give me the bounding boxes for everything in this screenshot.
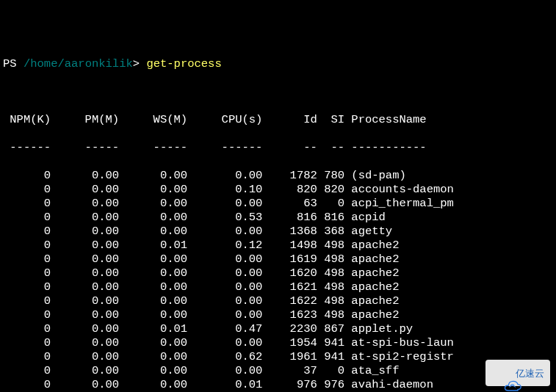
cell-ws: 0.00 bbox=[119, 211, 187, 225]
cell-pm: 0.00 bbox=[51, 239, 119, 253]
cell-name: applet.py bbox=[344, 322, 413, 336]
cell-name: apache2 bbox=[344, 239, 399, 253]
cell-si: 498 bbox=[317, 239, 344, 253]
cell-npm: 0 bbox=[3, 350, 51, 364]
table-row: 00.000.000.001622498apache2 bbox=[3, 294, 553, 308]
table-row: 00.000.010.121498498apache2 bbox=[3, 239, 553, 253]
cell-name: acpid bbox=[344, 211, 386, 225]
cell-ws: 0.00 bbox=[119, 294, 187, 308]
divider-name: ----------- bbox=[344, 141, 427, 155]
header-si: SI bbox=[317, 113, 344, 127]
cell-id: 1622 bbox=[262, 294, 317, 308]
cell-name: avahi-daemon bbox=[344, 378, 433, 392]
cell-npm: 0 bbox=[3, 239, 51, 253]
prompt-ps: PS bbox=[3, 57, 17, 70]
cell-npm: 0 bbox=[3, 294, 51, 308]
cell-cpu: 0.00 bbox=[187, 253, 262, 266]
cell-ws: 0.00 bbox=[119, 197, 187, 211]
cell-id: 63 bbox=[262, 197, 317, 211]
cell-npm: 0 bbox=[3, 183, 51, 197]
prompt-line[interactable]: PS /home/aaronkilik> get-process bbox=[3, 57, 553, 71]
cell-npm: 0 bbox=[3, 280, 51, 294]
cell-pm: 0.00 bbox=[51, 169, 119, 183]
header-row: NPM(K)PM(M)WS(M)CPU(s)IdSIProcessName bbox=[3, 113, 553, 127]
cell-si: 498 bbox=[317, 266, 344, 280]
cell-si: 820 bbox=[317, 183, 344, 197]
cell-pm: 0.00 bbox=[51, 322, 119, 336]
cell-id: 1619 bbox=[262, 253, 317, 266]
table-row: 00.000.000.621961941at-spi2-registr bbox=[3, 350, 553, 364]
table-row: 00.000.000.01976976avahi-daemon bbox=[3, 378, 553, 392]
divider-si: -- bbox=[317, 141, 344, 155]
header-name: ProcessName bbox=[344, 113, 427, 127]
cell-cpu: 0.00 bbox=[187, 225, 262, 239]
cell-name: apache2 bbox=[344, 294, 399, 308]
cell-id: 976 bbox=[262, 378, 317, 392]
cell-si: 0 bbox=[317, 364, 344, 378]
cell-ws: 0.00 bbox=[119, 183, 187, 197]
cell-ws: 0.01 bbox=[119, 322, 187, 336]
cell-id: 1498 bbox=[262, 239, 317, 253]
cell-si: 498 bbox=[317, 294, 344, 308]
blank-line bbox=[3, 85, 553, 99]
cell-pm: 0.00 bbox=[51, 280, 119, 294]
header-id: Id bbox=[262, 113, 317, 127]
table-row: 00.000.000.001368368agetty bbox=[3, 225, 553, 239]
cell-npm: 0 bbox=[3, 336, 51, 350]
cell-name: accounts-daemon bbox=[344, 183, 454, 197]
cell-npm: 0 bbox=[3, 378, 51, 392]
cell-pm: 0.00 bbox=[51, 308, 119, 322]
cell-si: 941 bbox=[317, 350, 344, 364]
cell-cpu: 0.00 bbox=[187, 197, 262, 211]
table-row: 00.000.000.00630acpi_thermal_pm bbox=[3, 197, 553, 211]
cell-name: acpi_thermal_pm bbox=[344, 197, 454, 211]
cell-pm: 0.00 bbox=[51, 266, 119, 280]
prompt-path: /home/aaronkilik bbox=[24, 57, 133, 70]
cell-cpu: 0.53 bbox=[187, 211, 262, 225]
cell-si: 498 bbox=[317, 308, 344, 322]
table-row: 00.000.000.10820820accounts-daemon bbox=[3, 183, 553, 197]
cell-ws: 0.00 bbox=[119, 378, 187, 392]
cell-id: 2230 bbox=[262, 322, 317, 336]
cell-ws: 0.00 bbox=[119, 350, 187, 364]
table-row: 00.000.000.001619498apache2 bbox=[3, 253, 553, 266]
cell-pm: 0.00 bbox=[51, 183, 119, 197]
cell-npm: 0 bbox=[3, 308, 51, 322]
cell-ws: 0.00 bbox=[119, 364, 187, 378]
divider-ws: ----- bbox=[119, 141, 187, 155]
cell-si: 867 bbox=[317, 322, 344, 336]
cell-cpu: 0.12 bbox=[187, 239, 262, 253]
cell-npm: 0 bbox=[3, 322, 51, 336]
cell-cpu: 0.00 bbox=[187, 266, 262, 280]
cell-npm: 0 bbox=[3, 253, 51, 266]
cell-cpu: 0.00 bbox=[187, 169, 262, 183]
cell-pm: 0.00 bbox=[51, 336, 119, 350]
table-row: 00.000.000.00370ata_sff bbox=[3, 364, 553, 378]
cell-si: 780 bbox=[317, 169, 344, 183]
divider-row: ------------------------------------- bbox=[3, 141, 553, 155]
table-row: 00.000.000.53816816acpid bbox=[3, 211, 553, 225]
cell-name: apache2 bbox=[344, 253, 399, 266]
table-row: 00.000.010.472230867applet.py bbox=[3, 322, 553, 336]
cell-npm: 0 bbox=[3, 266, 51, 280]
cell-npm: 0 bbox=[3, 169, 51, 183]
cell-pm: 0.00 bbox=[51, 197, 119, 211]
command-text: get-process bbox=[146, 57, 221, 70]
cell-si: 816 bbox=[317, 211, 344, 225]
prompt-end: > bbox=[133, 57, 140, 70]
table-row: 00.000.000.001621498apache2 bbox=[3, 280, 553, 294]
divider-cpu: ------ bbox=[187, 141, 262, 155]
cell-id: 37 bbox=[262, 364, 317, 378]
cell-name: apache2 bbox=[344, 266, 399, 280]
table-row: 00.000.000.001954941at-spi-bus-laun bbox=[3, 336, 553, 350]
header-cpu: CPU(s) bbox=[187, 113, 262, 127]
cell-si: 976 bbox=[317, 378, 344, 392]
cell-npm: 0 bbox=[3, 225, 51, 239]
cell-ws: 0.00 bbox=[119, 169, 187, 183]
cloud-icon bbox=[492, 366, 513, 380]
cell-cpu: 0.47 bbox=[187, 322, 262, 336]
cell-cpu: 0.10 bbox=[187, 183, 262, 197]
cell-name: apache2 bbox=[344, 308, 399, 322]
cell-id: 1621 bbox=[262, 280, 317, 294]
divider-id: -- bbox=[262, 141, 317, 155]
